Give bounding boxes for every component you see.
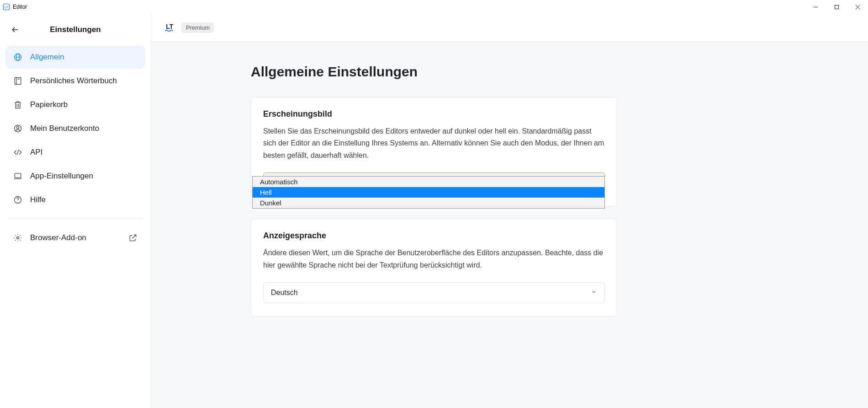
premium-badge[interactable]: Premium: [181, 22, 214, 33]
sidebar: Einstellungen Allgemein Persönliches Wör…: [0, 14, 151, 408]
appearance-card: Erscheinungsbild Stellen Sie das Erschei…: [251, 97, 617, 207]
sidebar-item-dictionary[interactable]: Persönliches Wörterbuch: [5, 70, 145, 92]
sidebar-item-general[interactable]: Allgemein: [5, 46, 145, 69]
language-desc: Ändere diesen Wert, um die Sprache der B…: [263, 247, 605, 271]
appearance-desc: Stellen Sie das Erscheinungsbild des Edi…: [263, 125, 605, 161]
sidebar-header: Einstellungen: [5, 17, 145, 46]
sidebar-item-account[interactable]: Mein Benutzerkonto: [5, 117, 145, 140]
chevron-down-icon: [591, 289, 597, 297]
language-card: Anzeigesprache Ändere diesen Wert, um di…: [251, 219, 617, 317]
content-area: Allgemeine Einstellungen Erscheinungsbil…: [151, 42, 868, 408]
svg-line-17: [17, 150, 18, 155]
sidebar-item-label: API: [30, 148, 42, 157]
app-icon: LT: [3, 3, 10, 11]
sidebar-item-label: App-Einstellungen: [30, 172, 93, 181]
sidebar-item-label: Hilfe: [30, 195, 46, 204]
sidebar-item-addon[interactable]: Browser-Add-on: [5, 226, 145, 249]
content-topbar: LT Premium: [151, 14, 868, 42]
svg-text:LT: LT: [5, 5, 9, 9]
sidebar-item-help[interactable]: Hilfe: [5, 188, 145, 211]
app-body: Einstellungen Allgemein Persönliches Wör…: [0, 14, 868, 408]
content-inner: Allgemeine Einstellungen Erscheinungsbil…: [251, 64, 617, 317]
lt-logo: LT: [163, 21, 176, 34]
svg-rect-3: [835, 5, 838, 9]
laptop-icon: [13, 171, 23, 181]
titlebar-left: LT Editor: [3, 3, 27, 11]
sidebar-item-label: Papierkorb: [30, 100, 68, 109]
svg-point-22: [17, 237, 19, 239]
help-icon: [13, 195, 23, 205]
trash-icon: [13, 100, 23, 110]
user-icon: [13, 123, 23, 134]
appearance-option-auto[interactable]: Automatisch: [253, 177, 604, 187]
sidebar-item-label: Allgemein: [30, 53, 64, 62]
code-icon: [13, 147, 23, 157]
appearance-option-light[interactable]: Hell: [253, 187, 604, 198]
svg-point-16: [17, 126, 19, 129]
language-select-value: Deutsch: [271, 289, 298, 297]
globe-icon: [13, 52, 23, 62]
appearance-option-dark[interactable]: Dunkel: [253, 198, 604, 208]
window-controls: [805, 0, 868, 14]
minimize-button[interactable]: [805, 0, 826, 14]
sidebar-item-label: Mein Benutzerkonto: [30, 124, 99, 133]
sidebar-title: Einstellungen: [8, 25, 143, 34]
svg-rect-18: [15, 173, 21, 177]
gear-icon: [13, 233, 23, 243]
sidebar-divider: [7, 219, 143, 219]
language-title: Anzeigesprache: [263, 231, 605, 241]
content-wrap: LT Premium Allgemeine Einstellungen Ersc…: [151, 14, 868, 408]
external-link-icon: [128, 233, 138, 243]
window-title: Editor: [13, 4, 27, 10]
titlebar: LT Editor: [0, 0, 868, 14]
book-icon: [13, 76, 23, 86]
svg-rect-10: [15, 78, 21, 85]
sidebar-item-label: Browser-Add-on: [30, 233, 86, 242]
language-select[interactable]: Deutsch: [263, 282, 605, 303]
maximize-button[interactable]: [826, 0, 847, 14]
svg-text:LT: LT: [166, 22, 174, 30]
sidebar-item-appsettings[interactable]: App-Einstellungen: [5, 165, 145, 188]
appearance-title: Erscheinungsbild: [263, 109, 605, 119]
sidebar-nav: Allgemein Persönliches Wörterbuch Papier…: [5, 46, 145, 249]
sidebar-item-api[interactable]: API: [5, 141, 145, 164]
sidebar-item-trash[interactable]: Papierkorb: [5, 93, 145, 116]
appearance-dropdown: Automatisch Hell Dunkel: [252, 176, 605, 209]
close-button[interactable]: [847, 0, 868, 14]
page-heading: Allgemeine Einstellungen: [251, 64, 617, 80]
sidebar-item-label: Persönliches Wörterbuch: [30, 76, 117, 86]
